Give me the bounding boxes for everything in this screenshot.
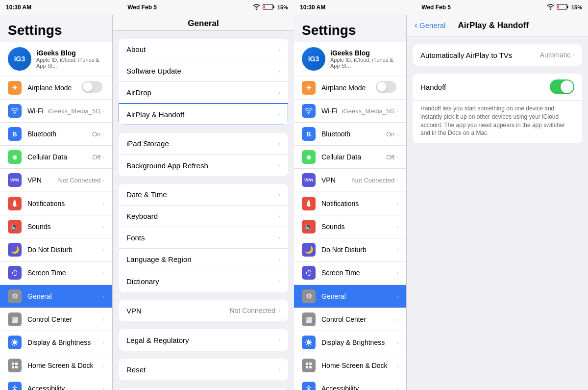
svg-point-42: [308, 386, 310, 387]
svg-rect-3: [263, 5, 265, 9]
svg-line-36: [311, 340, 312, 341]
left-sidebar-section-system: Notifications › 🔈 Sounds › 🌙 Do Not Dist…: [0, 192, 112, 284]
right-accessibility-chevron-icon: ›: [396, 386, 398, 390]
main-row-vpn[interactable]: VPN Not Connected ›: [119, 300, 288, 321]
airplay-chevron-icon: ›: [278, 111, 280, 118]
right-sidebar-item-accessibility[interactable]: Accessibility ›: [294, 377, 406, 390]
sounds-icon: 🔈: [8, 220, 22, 234]
svg-line-12: [17, 344, 18, 345]
general-chevron-icon: ›: [102, 293, 104, 299]
sidebar-item-wifi[interactable]: Wi-Fi iGeeks_Media_5G ›: [0, 100, 112, 123]
sidebar-item-screentime[interactable]: ⏱ Screen Time ›: [0, 261, 112, 284]
main-row-ipadstorage[interactable]: iPad Storage ›: [119, 133, 288, 155]
sidebar-item-controlcenter[interactable]: ▦ Control Center ›: [0, 308, 112, 331]
right-sidebar-item-general[interactable]: ⚙ General ›: [294, 285, 406, 308]
svg-rect-38: [306, 363, 308, 365]
sidebar-item-notifications[interactable]: Notifications ›: [0, 192, 112, 215]
detail-title: AirPlay & Handoff: [445, 21, 541, 30]
main-row-about[interactable]: About ›: [119, 39, 288, 60]
sidebar-item-vpn[interactable]: VPN VPN Not Connected ›: [0, 169, 112, 191]
sidebar-item-bluetooth[interactable]: B Bluetooth On ›: [0, 123, 112, 146]
main-row-airplay[interactable]: AirPlay & Handoff ›: [119, 104, 288, 125]
sidebar-item-bluetooth-label: Bluetooth: [27, 130, 92, 138]
svg-rect-28: [308, 200, 310, 201]
main-row-keyboard[interactable]: Keyboard ›: [119, 206, 288, 227]
left-status-bar: 10:30 AM Wed Feb 5 15%: [0, 0, 294, 15]
right-airplane-toggle[interactable]: [376, 81, 396, 95]
general-icon: ⚙: [8, 289, 22, 303]
right-vpn-icon: VPN: [302, 173, 316, 187]
right-sidebar-item-vpn-label: VPN: [321, 176, 352, 184]
left-profile-avatar: iG3: [8, 47, 31, 71]
right-sidebar-item-bluetooth[interactable]: B Bluetooth On ›: [294, 123, 406, 146]
svg-rect-41: [309, 366, 312, 368]
sidebar-item-airplane-label: Airplane Mode: [27, 84, 82, 92]
right-sounds-chevron-icon: ›: [396, 224, 398, 230]
left-sidebar-profile[interactable]: iG3 iGeeks Blog Apple ID, iCloud, iTunes…: [0, 42, 112, 76]
handoff-toggle[interactable]: [550, 79, 574, 94]
dictionary-chevron-icon: ›: [278, 278, 280, 285]
sidebar-item-displaybrightness[interactable]: Display & Brightness ›: [0, 331, 112, 354]
back-label: General: [419, 21, 445, 29]
left-wifi-icon: [253, 4, 260, 11]
sidebar-item-accessibility[interactable]: Accessibility ›: [0, 377, 112, 390]
accessibility-chevron-icon: ›: [102, 386, 104, 390]
right-airplane-icon: ✈: [302, 81, 316, 95]
right-sidebar-item-vpn[interactable]: VPN VPN Not Connected ›: [294, 169, 406, 191]
left-battery-icon: [263, 4, 275, 11]
right-sidebar: Settings iG3 iGeeks Blog Apple ID, iClou…: [294, 15, 407, 390]
right-sidebar-profile[interactable]: iG3 iGeeks Blog Apple ID, iCloud, iTunes…: [294, 42, 406, 76]
main-row-softwareupdate[interactable]: Software Update ›: [119, 60, 288, 82]
left-sidebar: Settings iG3 iGeeks Blog Apple ID, iClou…: [0, 15, 113, 390]
back-button[interactable]: ‹ General: [415, 20, 445, 30]
datetime-chevron-icon: ›: [278, 191, 280, 198]
sidebar-item-displaybrightness-label: Display & Brightness: [27, 338, 102, 346]
right-homescreen-icon: [302, 359, 316, 372]
main-row-legal[interactable]: Legal & Regulatory ›: [119, 329, 288, 351]
right-sidebar-item-screentime[interactable]: ⏱ Screen Time ›: [294, 261, 406, 284]
right-sidebar-item-controlcenter[interactable]: ▦ Control Center ›: [294, 308, 406, 331]
main-row-datetime[interactable]: Date & Time ›: [119, 184, 288, 206]
right-sidebar-item-donotdisturb[interactable]: 🌙 Do Not Disturb ›: [294, 238, 406, 261]
main-row-airdrop[interactable]: AirDrop ›: [119, 82, 288, 104]
right-sidebar-item-bluetooth-value: On: [386, 130, 394, 138]
sidebar-item-homescreen[interactable]: Home Screen & Dock ›: [0, 354, 112, 377]
sidebar-item-general[interactable]: ⚙ General ›: [0, 285, 112, 308]
main-row-language[interactable]: Language & Region ›: [119, 249, 288, 270]
right-sidebar-item-displaybrightness[interactable]: Display & Brightness ›: [294, 331, 406, 354]
right-wifi-chevron-icon: ›: [396, 108, 398, 114]
main-row-shutdown[interactable]: Shut Down: [119, 388, 288, 390]
svg-line-14: [12, 344, 13, 345]
right-sidebar-item-airplane[interactable]: ✈ Airplane Mode: [294, 77, 406, 100]
main-row-backgroundapp[interactable]: Background App Refresh ›: [119, 155, 288, 176]
sidebar-item-notifications-label: Notifications: [27, 200, 102, 208]
main-row-dictionary[interactable]: Dictionary ›: [119, 270, 288, 292]
right-general-icon: ⚙: [302, 289, 316, 303]
right-sidebar-item-homescreen-label: Home Screen & Dock: [321, 362, 396, 369]
airplane-toggle[interactable]: [82, 81, 102, 95]
right-displaybrightness-chevron-icon: ›: [396, 339, 398, 345]
right-status-right: 15%: [547, 4, 582, 11]
right-sidebar-item-homescreen[interactable]: Home Screen & Dock ›: [294, 354, 406, 377]
right-sidebar-item-sounds[interactable]: 🔈 Sounds ›: [294, 215, 406, 238]
legal-chevron-icon: ›: [278, 337, 280, 343]
right-sidebar-item-vpn-value: Not Connected: [352, 177, 395, 184]
right-sidebar-item-cellular[interactable]: ◉ Cellular Data Off ›: [294, 146, 406, 169]
right-sidebar-item-notifications[interactable]: Notifications ›: [294, 192, 406, 215]
sidebar-item-donotdisturb-label: Do Not Disturb: [27, 246, 102, 254]
sidebar-item-sounds[interactable]: 🔈 Sounds ›: [0, 215, 112, 238]
airplane-icon: ✈: [8, 81, 22, 95]
main-row-fonts[interactable]: Fonts ›: [119, 227, 288, 249]
sidebar-item-airplane[interactable]: ✈ Airplane Mode: [0, 77, 112, 100]
main-section-7: Shut Down: [119, 388, 288, 390]
main-section-2: iPad Storage › Background App Refresh ›: [119, 133, 288, 176]
right-donotdisturb-icon: 🌙: [302, 243, 316, 257]
sidebar-item-cellular[interactable]: ◉ Cellular Data Off ›: [0, 146, 112, 169]
svg-line-35: [311, 344, 312, 345]
sidebar-item-homescreen-label: Home Screen & Dock: [27, 362, 102, 369]
detail-row-airplay[interactable]: Automatically AirPlay to TVs Automatic ›: [413, 44, 582, 66]
right-sidebar-item-wifi[interactable]: Wi-Fi iGeeks_Media_5G ›: [294, 100, 406, 123]
fonts-chevron-icon: ›: [278, 234, 280, 241]
main-row-reset[interactable]: Reset ›: [119, 359, 288, 380]
sidebar-item-donotdisturb[interactable]: 🌙 Do Not Disturb ›: [0, 238, 112, 261]
